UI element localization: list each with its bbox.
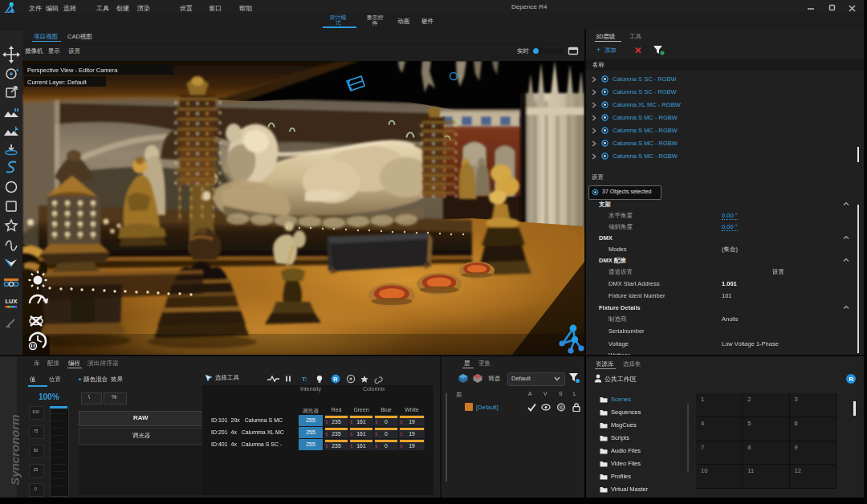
svg-text:S: S [560,405,563,410]
svg-text:R: R [333,376,338,383]
svg-text:Current Layer: Default: Current Layer: Default [27,79,88,86]
svg-text:Perspective View - Editor Came: Perspective View - Editor Camera [27,67,118,74]
svg-text:T:: T: [302,376,307,383]
svg-text:LUX: LUX [6,298,18,305]
